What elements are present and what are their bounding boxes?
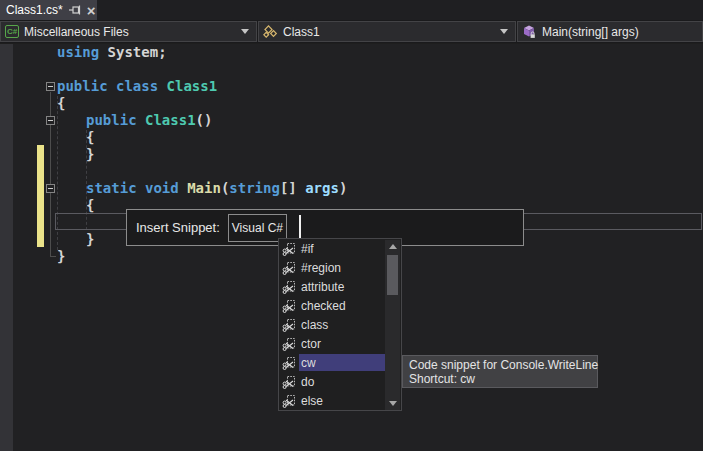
close-icon[interactable]: × <box>87 4 96 17</box>
code-line[interactable]: public Class1() <box>57 112 347 129</box>
code-token: static void <box>86 180 187 196</box>
list-item-ctor[interactable]: ctor <box>279 334 386 353</box>
code-line[interactable]: { <box>57 129 347 146</box>
pin-icon[interactable] <box>69 4 81 17</box>
code-line[interactable]: public class Class1 <box>57 78 347 95</box>
code-token: { <box>57 95 65 111</box>
code-line[interactable] <box>57 61 347 78</box>
tab-class1[interactable]: Class1.cs* × <box>0 0 97 20</box>
code-token: } <box>86 231 94 247</box>
code-line[interactable]: } <box>57 146 347 163</box>
code-token: } <box>86 146 94 162</box>
code-token: Class1 <box>145 112 196 128</box>
list-item-checked[interactable]: checked <box>279 296 386 315</box>
code-token: } <box>57 248 65 264</box>
scrollbar[interactable] <box>385 240 400 410</box>
code-token: { <box>86 197 94 213</box>
scroll-up-icon[interactable] <box>385 240 400 253</box>
class-icon <box>263 25 278 39</box>
code-line[interactable]: static void Main(string[] args) <box>57 180 347 197</box>
scroll-down-icon[interactable] <box>385 397 400 410</box>
list-item-label: #if <box>301 242 314 256</box>
code-token: string <box>229 180 280 196</box>
snippet-icon <box>279 261 299 275</box>
fold-toggle-main[interactable] <box>46 184 55 193</box>
member-dropdown[interactable]: Main(string[] args) <box>517 21 703 42</box>
snippet-icon <box>279 375 299 389</box>
snippet-icon <box>279 356 299 370</box>
tab-title: Class1.cs* <box>6 3 63 17</box>
list-item-region[interactable]: #region <box>279 258 386 277</box>
snippet-icon <box>279 318 299 332</box>
fold-toggle-ctor[interactable] <box>46 116 55 125</box>
chevron-down-icon <box>500 29 508 34</box>
code-token: Class1 <box>167 78 218 94</box>
list-item-else[interactable]: else <box>279 391 386 410</box>
snippet-icon <box>279 280 299 294</box>
code-line[interactable]: using System; <box>57 44 347 61</box>
member-dropdown-label: Main(string[] args) <box>542 25 698 39</box>
list-item-class[interactable]: class <box>279 315 386 334</box>
csharp-file-icon: C# <box>5 25 19 38</box>
list-item-label: attribute <box>301 280 344 294</box>
fold-scope-tick <box>50 256 56 257</box>
code-token: public class <box>57 78 167 94</box>
list-item-label: do <box>301 375 314 389</box>
snippet-icon <box>279 337 299 351</box>
fold-toggle-class[interactable] <box>46 82 55 91</box>
list-item-do[interactable]: do <box>279 372 386 391</box>
insert-snippet-label: Insert Snippet: <box>136 220 220 235</box>
list-item-label: #region <box>301 261 341 275</box>
document-tab-bar: Class1.cs* × <box>0 0 703 20</box>
snippet-icon <box>279 299 299 313</box>
scrollbar-thumb[interactable] <box>387 255 398 295</box>
chevron-down-icon <box>241 29 249 34</box>
code-line[interactable] <box>57 163 347 180</box>
code-token: [] <box>280 180 305 196</box>
snippet-icon <box>279 394 299 408</box>
list-item-attribute[interactable]: attribute <box>279 277 386 296</box>
snippet-completion-list: #if #region attribute <box>278 238 402 411</box>
method-private-icon <box>522 25 537 39</box>
list-item-label: checked <box>301 299 346 313</box>
list-item-label: ctor <box>301 337 321 351</box>
list-item-cw[interactable]: cw <box>279 353 386 372</box>
code-token: using <box>57 44 108 60</box>
navigation-bar: C# Miscellaneous Files Class1 <box>0 20 703 43</box>
text-caret <box>299 215 301 241</box>
list-item-label: cw <box>301 356 316 370</box>
project-dropdown[interactable]: C# Miscellaneous Files <box>0 21 257 42</box>
list-item-label: else <box>301 394 323 408</box>
code-token: { <box>86 129 94 145</box>
type-dropdown-label: Class1 <box>283 25 495 39</box>
code-token: () <box>196 112 213 128</box>
changed-lines-indicator <box>37 145 44 247</box>
list-item-if[interactable]: #if <box>279 239 386 258</box>
tooltip-shortcut: Shortcut: cw <box>409 372 591 386</box>
code-token: Main <box>187 180 221 196</box>
glyph-margin <box>0 44 13 451</box>
snippet-tooltip: Code snippet for Console.WriteLine Short… <box>402 355 598 388</box>
visual-studio-window: Class1.cs* × C# Miscellaneous Files <box>0 0 703 451</box>
snippet-icon <box>279 242 299 256</box>
tooltip-description: Code snippet for Console.WriteLine <box>409 358 591 372</box>
list-item-label: class <box>301 318 328 332</box>
code-editor[interactable]: using System;public class Class1{public … <box>0 44 703 451</box>
code-token: public <box>86 112 145 128</box>
project-dropdown-label: Miscellaneous Files <box>24 25 236 39</box>
code-token: System; <box>108 44 167 60</box>
code-line[interactable]: { <box>57 95 347 112</box>
code-token: ) <box>339 180 347 196</box>
code-token: args <box>305 180 339 196</box>
type-dropdown[interactable]: Class1 <box>258 21 516 42</box>
